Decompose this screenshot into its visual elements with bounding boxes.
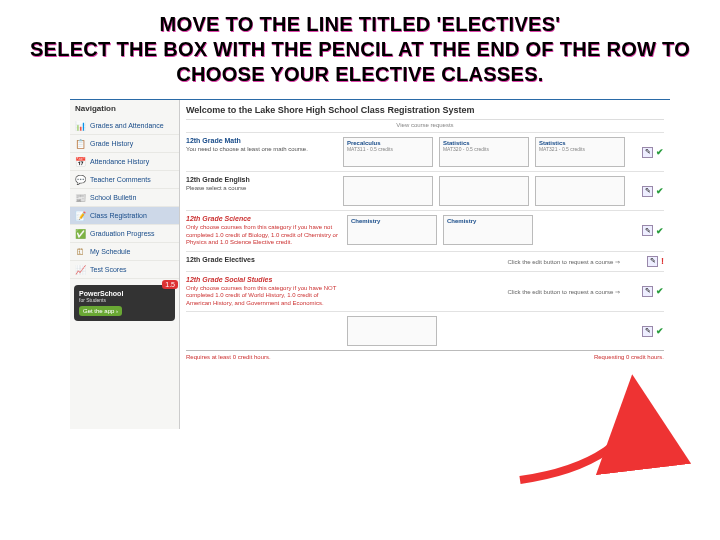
app-promo[interactable]: 1.5 PowerSchool for Students Get the app… bbox=[74, 285, 175, 321]
status-warn-icon: ! bbox=[661, 256, 664, 266]
heading-line1: MOVE TO THE LINE TITLED 'ELECTIVES' bbox=[160, 13, 561, 35]
course-slot: Chemistry bbox=[347, 215, 437, 245]
edit-button-electives[interactable]: ✎ bbox=[647, 256, 658, 267]
nav-title: Navigation bbox=[70, 100, 179, 117]
promo-brand: PowerSchool bbox=[79, 290, 170, 297]
status-check-icon: ✔ bbox=[656, 286, 664, 296]
edit-hint: Click the edit button to request a cours… bbox=[347, 276, 624, 308]
page-title: Welcome to the Lake Shore High School Cl… bbox=[186, 103, 664, 120]
page-subtitle: View course requests bbox=[186, 120, 664, 132]
course-slot: Chemistry bbox=[443, 215, 533, 245]
pencil-icon: 📝 bbox=[75, 210, 86, 221]
edit-button[interactable]: ✎ bbox=[642, 286, 653, 297]
sidebar-item-comments[interactable]: 💬Teacher Comments bbox=[70, 171, 179, 189]
status-check-icon: ✔ bbox=[656, 326, 664, 336]
course-slot: StatisticsMAT321 - 0.5 credits bbox=[535, 137, 625, 167]
promo-get-app-button[interactable]: Get the app › bbox=[79, 306, 122, 316]
check-icon: ✅ bbox=[75, 228, 86, 239]
list-icon: 📋 bbox=[75, 138, 86, 149]
sidebar-item-graduation[interactable]: ✅Graduation Progress bbox=[70, 225, 179, 243]
chart-icon: 📊 bbox=[75, 120, 86, 131]
sidebar-item-registration[interactable]: 📝Class Registration bbox=[70, 207, 179, 225]
status-check-icon: ✔ bbox=[656, 147, 664, 157]
schedule-icon: 🗓 bbox=[75, 246, 86, 257]
sidebar: Navigation 📊Grades and Attendance 📋Grade… bbox=[70, 100, 180, 429]
row-title: 12th Grade Math bbox=[186, 137, 337, 144]
sidebar-item-attendance[interactable]: 📅Attendance History bbox=[70, 153, 179, 171]
row-english: 12th Grade EnglishPlease select a course… bbox=[186, 171, 664, 210]
calendar-icon: 📅 bbox=[75, 156, 86, 167]
sidebar-item-grades[interactable]: 📊Grades and Attendance bbox=[70, 117, 179, 135]
edit-button[interactable]: ✎ bbox=[642, 326, 653, 337]
edit-button[interactable]: ✎ bbox=[642, 225, 653, 236]
sidebar-item-grade-history[interactable]: 📋Grade History bbox=[70, 135, 179, 153]
course-slot bbox=[347, 316, 437, 346]
comment-icon: 💬 bbox=[75, 174, 86, 185]
news-icon: 📰 bbox=[75, 192, 86, 203]
course-slot bbox=[535, 176, 625, 206]
powerschool-screenshot: Navigation 📊Grades and Attendance 📋Grade… bbox=[70, 99, 670, 429]
graph-icon: 📈 bbox=[75, 264, 86, 275]
main-panel: Welcome to the Lake Shore High School Cl… bbox=[180, 100, 670, 429]
edit-button[interactable]: ✎ bbox=[642, 147, 653, 158]
promo-sub: for Students bbox=[79, 297, 170, 303]
row-math: 12th Grade MathYou need to choose at lea… bbox=[186, 132, 664, 171]
status-check-icon: ✔ bbox=[656, 226, 664, 236]
row-extra: ✎✔ bbox=[186, 311, 664, 350]
row-electives: 12th Grade Electives Click the edit butt… bbox=[186, 251, 664, 271]
instruction-heading: MOVE TO THE LINE TITLED 'ELECTIVES' SELE… bbox=[0, 0, 720, 95]
heading-line2: SELECT THE BOX WITH THE PENCIL AT THE EN… bbox=[30, 38, 690, 85]
sidebar-item-bulletin[interactable]: 📰School Bulletin bbox=[70, 189, 179, 207]
course-slot bbox=[343, 176, 433, 206]
edit-button[interactable]: ✎ bbox=[642, 186, 653, 197]
status-check-icon: ✔ bbox=[656, 186, 664, 196]
sidebar-item-schedule[interactable]: 🗓My Schedule bbox=[70, 243, 179, 261]
sidebar-item-scores[interactable]: 📈Test Scores bbox=[70, 261, 179, 279]
promo-badge: 1.5 bbox=[162, 280, 178, 289]
course-slot: StatisticsMAT320 - 0.5 credits bbox=[439, 137, 529, 167]
requirements-footer: Requires at least 0 credit hours. Reques… bbox=[186, 350, 664, 360]
row-social-studies: 12th Grade Social StudiesOnly choose cou… bbox=[186, 271, 664, 312]
course-slot bbox=[439, 176, 529, 206]
row-science: 12th Grade ScienceOnly choose courses fr… bbox=[186, 210, 664, 251]
edit-hint: Click the edit button to request a cours… bbox=[347, 256, 624, 267]
course-slot: PrecalculusMAT311 - 0.5 credits bbox=[343, 137, 433, 167]
